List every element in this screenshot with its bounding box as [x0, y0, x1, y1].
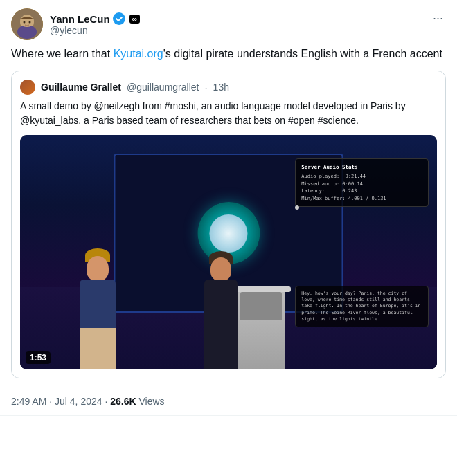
tweet-card: Yann LeCun ∞ @ylecun ··· Where we learn … — [0, 0, 457, 416]
svg-point-6 — [113, 12, 125, 25]
quote-time: 13h — [213, 82, 229, 93]
avatar-image — [11, 8, 43, 40]
video-scene: Server Audio Stats Audio played: 0:21.44… — [20, 135, 437, 369]
quote-username: @guillaumgrallet — [127, 82, 199, 93]
tweet-views-label: Views — [138, 396, 164, 407]
tweet-text: Where we learn that Kyutai.org's digital… — [11, 46, 446, 62]
separator-dot: · — [49, 396, 55, 407]
tweet-views-count: 26.6K — [110, 396, 136, 407]
p1-legs — [80, 328, 116, 369]
username: @ylecun — [50, 25, 140, 36]
more-options-icon[interactable]: ··· — [430, 8, 446, 28]
tweet-footer: 2:49 AM · Jul 4, 2024 · 26.6K Views — [11, 387, 446, 407]
quote-avatar — [20, 80, 35, 95]
kyutai-link[interactable]: Kyutai.org — [114, 48, 163, 60]
person-left — [70, 231, 125, 369]
user-info: Yann LeCun ∞ @ylecun — [50, 12, 140, 36]
video-timestamp: 1:53 — [26, 351, 51, 364]
speech-text-panel: Hey, how's your day? Paris, the city of … — [295, 286, 429, 327]
verified-icon — [113, 12, 125, 25]
p1-head — [87, 256, 109, 281]
tweet-time: 2:49 AM — [11, 396, 46, 407]
quote-text: A small demo by @neilzegh from #moshi, a… — [20, 99, 437, 128]
stat-line-3: Latency: 0.243 — [301, 187, 422, 195]
quote-tweet[interactable]: Guillaume Grallet @guillaumgrallet · 13h… — [11, 71, 446, 378]
person-right — [195, 224, 247, 369]
tweet-date: Jul 4, 2024 — [55, 396, 102, 407]
display-name: Yann LeCun — [50, 13, 110, 25]
svg-point-5 — [29, 21, 31, 24]
server-stats-panel: Server Audio Stats Audio played: 0:21.44… — [295, 158, 429, 207]
avatar[interactable] — [11, 8, 43, 40]
quote-header: Guillaume Grallet @guillaumgrallet · 13h — [20, 80, 437, 95]
tweet-header: Yann LeCun ∞ @ylecun ··· — [11, 8, 446, 40]
svg-point-4 — [24, 21, 26, 24]
p2-legs — [204, 328, 238, 369]
quote-display-name: Guillaume Grallet — [41, 82, 121, 93]
meta-badge: ∞ — [129, 15, 140, 24]
cursor-dot — [295, 205, 299, 210]
stat-line-4: Min/Max buffer: 4.001 / 0.131 — [301, 195, 422, 203]
tweet-meta-time: 2:49 AM · Jul 4, 2024 · 26.6K Views — [11, 396, 446, 407]
display-name-row: Yann LeCun ∞ — [50, 12, 140, 25]
quote-dot: · — [204, 82, 207, 93]
tweet-header-left: Yann LeCun ∞ @ylecun — [11, 8, 140, 40]
p2-head — [210, 257, 231, 281]
video-player[interactable]: Server Audio Stats Audio played: 0:21.44… — [20, 135, 437, 369]
stat-line-2: Missed audio: 0:00.14 — [301, 181, 422, 188]
stats-title: Server Audio Stats — [301, 163, 422, 171]
stat-line-1: Audio played: 0:21.44 — [301, 173, 422, 181]
